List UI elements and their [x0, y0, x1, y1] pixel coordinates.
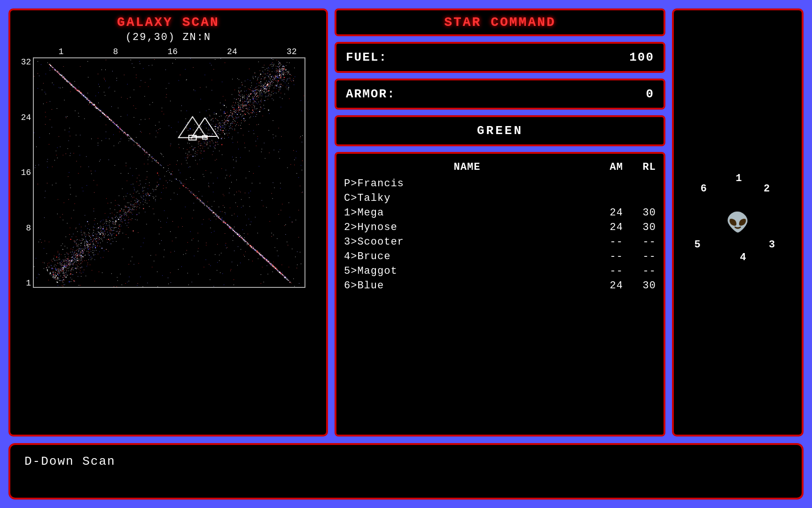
nav-num-1: 1	[736, 173, 742, 184]
nav-num-3: 3	[769, 239, 775, 251]
bottom-panel: D-Down Scan	[8, 443, 804, 500]
ship-indicator	[191, 118, 219, 141]
crew-rows: P>Francis C>Talky 1>Mega 24 30 2>Hynose …	[344, 178, 656, 292]
crew-row: 6>Blue 24 30	[344, 280, 656, 292]
nav-num-2: 2	[764, 183, 770, 195]
crew-member-rl	[623, 178, 656, 190]
crew-member-rl: --	[623, 251, 656, 262]
crew-row: P>Francis	[344, 178, 656, 190]
axis-labels-top: 1 8 16 24 32	[15, 47, 321, 56]
axis-labels-left: 32 24 16 8 1	[15, 57, 33, 288]
armor-value: 0	[646, 87, 654, 101]
crew-header: NAME AM RL	[344, 161, 656, 173]
crew-member-rl: --	[623, 265, 656, 277]
armor-label: ARMOR:	[346, 87, 646, 101]
crew-col-name: NAME	[344, 161, 590, 173]
crew-member-am	[590, 192, 623, 204]
crew-member-am: --	[590, 251, 623, 262]
crew-member-name: 6>Blue	[344, 280, 590, 292]
crew-member-am: 24	[590, 280, 623, 292]
crew-col-rl: RL	[623, 161, 656, 173]
bottom-text: D-Down Scan	[24, 454, 788, 468]
crew-member-name: 3>Scooter	[344, 236, 590, 248]
scan-area: 32 24 16 8 1	[15, 57, 321, 288]
crew-row: 5>Maggot -- --	[344, 265, 656, 277]
crew-member-rl: 30	[623, 207, 656, 219]
crew-col-am: AM	[590, 161, 623, 173]
star-command-panel: STAR COMMAND	[335, 8, 665, 36]
crew-member-name: P>Francis	[344, 178, 590, 190]
crew-member-rl: 30	[623, 222, 656, 233]
main-container: GALAXY SCAN (29,30) ZN:N 1 8 16 24 32 32…	[0, 0, 812, 508]
galaxy-coords: (29,30) ZN:N	[15, 32, 321, 43]
crew-member-am: 24	[590, 222, 623, 233]
crew-member-name: 5>Maggot	[344, 265, 590, 277]
crew-member-name: 1>Mega	[344, 207, 590, 219]
nav-panel: 1 2 3 4 5 6 👽	[672, 8, 804, 437]
crew-row: 3>Scooter -- --	[344, 236, 656, 248]
scan-map-container: 1 8 16 24 32 32 24 16 8 1	[15, 47, 321, 292]
crew-member-name: 4>Bruce	[344, 251, 590, 262]
crew-row: C>Talky	[344, 192, 656, 204]
crew-row: 4>Bruce -- --	[344, 251, 656, 262]
status-value: GREEN	[477, 124, 523, 138]
crew-member-name: C>Talky	[344, 192, 590, 204]
top-section: GALAXY SCAN (29,30) ZN:N 1 8 16 24 32 32…	[8, 8, 804, 437]
nav-ship-icon: 👽	[726, 211, 750, 234]
status-box: GREEN	[335, 115, 665, 146]
map-canvas	[33, 57, 305, 288]
nav-num-4: 4	[740, 252, 746, 263]
crew-member-rl	[623, 192, 656, 204]
star-field-canvas	[34, 58, 304, 287]
galaxy-title: GALAXY SCAN	[15, 15, 321, 30]
crew-member-am: --	[590, 265, 623, 277]
crew-member-rl: 30	[623, 280, 656, 292]
crew-row: 1>Mega 24 30	[344, 207, 656, 219]
middle-panel: STAR COMMAND FUEL: 100 ARMOR: 0 GREEN NA…	[335, 8, 665, 437]
nav-num-5: 5	[695, 239, 701, 251]
nav-inner: 1 2 3 4 5 6 👽	[686, 171, 789, 274]
crew-member-am	[590, 178, 623, 190]
crew-member-rl: --	[623, 236, 656, 248]
star-command-title-text: STAR COMMAND	[444, 15, 556, 30]
crew-member-name: 2>Hynose	[344, 222, 590, 233]
galaxy-panel: GALAXY SCAN (29,30) ZN:N 1 8 16 24 32 32…	[8, 8, 328, 437]
fuel-box: FUEL: 100	[335, 42, 665, 73]
fuel-label: FUEL:	[346, 50, 629, 64]
crew-member-am: 24	[590, 207, 623, 219]
crew-table: NAME AM RL P>Francis C>Talky 1>Mega 24 3…	[335, 152, 665, 437]
crew-member-am: --	[590, 236, 623, 248]
armor-box: ARMOR: 0	[335, 79, 665, 110]
fuel-value: 100	[629, 50, 654, 64]
nav-num-6: 6	[701, 183, 707, 195]
crew-row: 2>Hynose 24 30	[344, 222, 656, 233]
